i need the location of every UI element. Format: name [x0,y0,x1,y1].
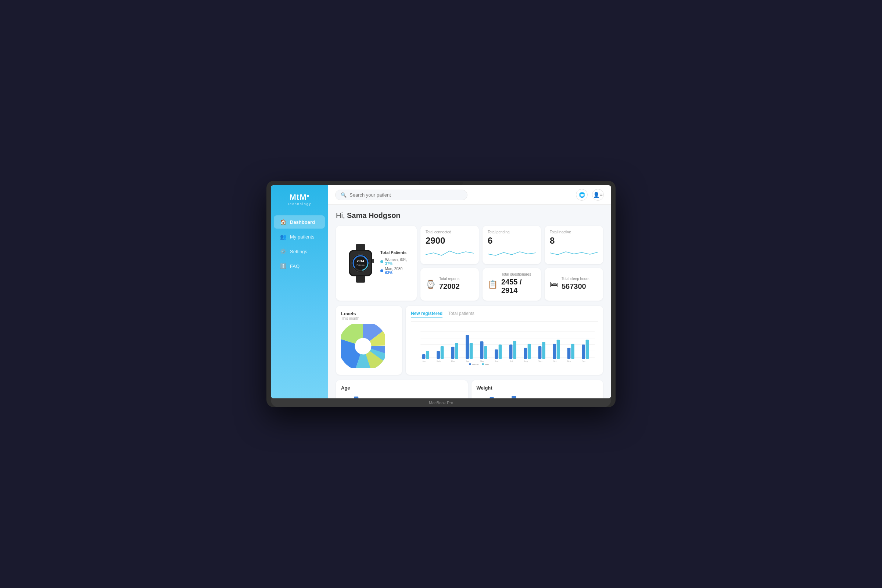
search-input[interactable] [350,192,462,198]
svg-rect-36 [524,348,527,358]
svg-text:Item: Item [485,363,489,366]
patients-icon: 👥 [280,234,286,240]
sidebar-item-faq[interactable]: ℹ️ FAQ [274,260,325,273]
tab-new-registered[interactable]: New registered [411,311,442,318]
svg-text:2914: 2914 [357,259,364,263]
svg-rect-32 [495,350,498,358]
svg-rect-44 [582,345,585,359]
watch-svg: 2914 Patients [346,244,375,283]
greeting-name: Sama Hodgson [347,212,400,219]
main-content: 🔍 🌐 👤 ≡ Hi, Sama Hodgson [328,185,611,398]
age-chart [341,393,463,398]
svg-text:Nov: Nov [567,360,572,362]
svg-text:Sep: Sep [538,360,542,362]
svg-rect-42 [567,348,571,358]
svg-rect-23 [426,351,429,358]
svg-rect-9 [356,276,365,283]
laptop-frame: MtM Technology 🏠 Dashboard 👥 My patients… [266,181,616,407]
laptop-bottom: MacBook Pro [271,398,611,407]
svg-text:Patients: Patients [357,264,364,266]
search-bar[interactable]: 🔍 [335,190,468,200]
sidebar-label-dashboard: Dashboard [290,219,315,225]
svg-rect-67 [512,396,516,398]
stats-grid: 2914 Patients Total Patients [336,226,603,301]
svg-rect-39 [542,342,545,359]
settings-icon: ⚙️ [280,248,286,254]
greeting: Hi, Sama Hodgson [336,212,603,220]
tab-total-patients[interactable]: Total patients [448,311,474,318]
svg-rect-34 [509,345,513,359]
logo-area: MtM Technology [271,193,328,214]
bar-chart-svg: Jan Feb Mar Apr May Jun Jul Aug Sep Oct … [411,326,598,366]
sidebar-item-dashboard[interactable]: 🏠 Dashboard [274,215,325,229]
user-menu-button[interactable]: 👤 ≡ [592,189,604,201]
watch-container: 2914 Patients Total Patients [346,244,407,283]
laptop-label: MacBook Pro [429,400,453,405]
svg-rect-28 [466,335,469,358]
svg-rect-38 [538,346,542,358]
sidebar-item-settings[interactable]: ⚙️ Settings [274,245,325,258]
header: 🔍 🌐 👤 ≡ [328,185,611,205]
svg-text:May: May [480,360,485,362]
questionnaires-icon: 📋 [488,280,498,289]
bar-chart-card: New registered Total patients [406,306,603,375]
svg-rect-31 [484,346,487,358]
svg-rect-41 [557,340,560,358]
woman-label: Woman, 834, 37% [385,258,407,266]
svg-rect-26 [451,347,454,358]
reports-info: Total reports 72002 [439,277,460,292]
svg-text:Mar: Mar [451,360,455,362]
sidebar: MtM Technology 🏠 Dashboard 👥 My patients… [271,185,328,398]
svg-rect-29 [470,343,473,358]
man-dot [380,269,383,272]
inactive-value: 8 [550,236,598,246]
svg-rect-0 [356,244,365,250]
pending-chart [488,248,536,258]
sidebar-item-my-patients[interactable]: 👥 My patients [274,230,325,243]
svg-text:Oct: Oct [553,360,557,362]
questionnaires-card: 📋 Total questionares 2455 / 2914 [483,268,541,301]
watch-info: Total Patients Woman, 834, 37% [380,250,407,276]
connected-value: 2900 [426,236,474,246]
woman-dot [380,260,383,263]
weight-title: Weight [477,385,598,391]
svg-rect-60 [482,363,484,365]
levels-title: Levels [341,311,397,316]
svg-text:Jan: Jan [422,360,426,362]
charts-row: Levels This month [336,306,603,375]
sleep-card: 🛏 Total sleep hours 567300 [544,268,603,301]
user-icon: 👤 [593,192,599,198]
svg-text:Apr: Apr [466,360,470,362]
svg-rect-58 [469,363,471,365]
svg-text:Dec: Dec [582,360,586,362]
svg-text:Aug: Aug [524,360,528,362]
legend-woman: Woman, 834, 37% [380,258,407,266]
reports-icon: ⌚ [426,280,435,289]
svg-rect-22 [422,354,426,358]
sidebar-label-my-patients: My patients [290,234,314,240]
sidebar-label-settings: Settings [290,249,307,254]
search-icon: 🔍 [340,192,346,198]
svg-text:Jun: Jun [495,360,498,362]
levels-subtitle: This month [341,316,397,321]
svg-rect-45 [586,340,589,358]
logo-subtitle: Technology [277,202,322,206]
questionnaires-info: Total questionares 2455 / 2914 [501,272,536,296]
svg-text:Jul: Jul [510,360,513,362]
age-card: Age [336,380,468,398]
pending-value: 6 [488,236,536,246]
svg-point-3 [352,254,369,272]
home-icon: 🏠 [280,219,286,225]
svg-rect-65 [489,397,494,398]
globe-button[interactable]: 🌐 [576,189,588,201]
svg-rect-33 [499,345,502,359]
logo: MtM [277,193,322,202]
weight-card: Weight [471,380,603,398]
svg-rect-43 [571,344,574,358]
svg-point-16 [356,339,370,354]
svg-rect-27 [455,343,458,358]
sleep-icon: 🛏 [550,280,558,289]
connected-chart [426,248,474,258]
greeting-prefix: Hi, [336,212,347,219]
header-right: 🌐 👤 ≡ [576,189,604,201]
